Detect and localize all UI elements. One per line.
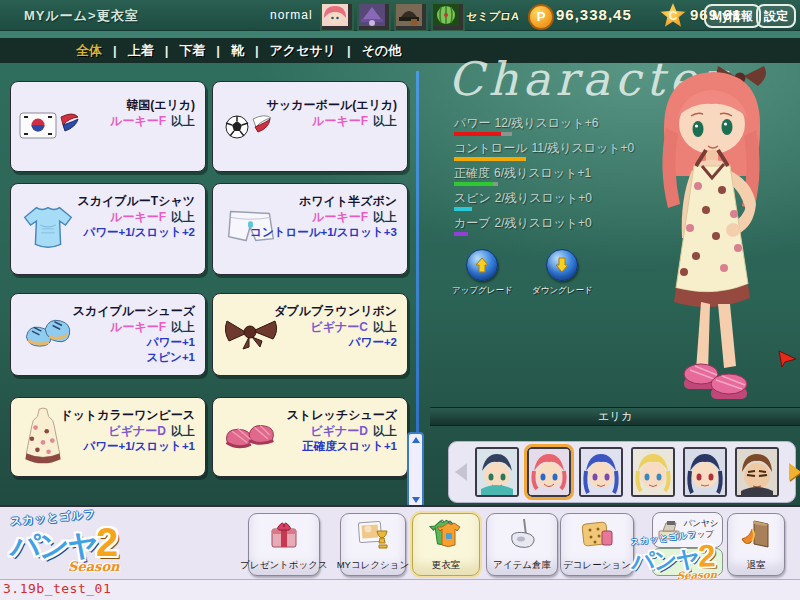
brown-haired-man-portrait[interactable] [735, 447, 779, 497]
tab-separator: | [113, 43, 117, 58]
witch-hat-character-thumbnail[interactable] [357, 2, 391, 32]
rank-suffix: 以上 [171, 424, 195, 438]
item-card[interactable]: サッカーボール(エリカ) ルーキーF以上 [212, 81, 408, 172]
rank-suffix: 以上 [373, 114, 397, 128]
hanging-shirts-icon [428, 517, 464, 555]
blue-shoes-icon [17, 308, 77, 362]
item-card[interactable]: ホワイト半ズボン ルーキーF以上 コントロール+1/スロット+3 [212, 183, 408, 275]
black-haired-girl-portrait[interactable] [683, 447, 727, 497]
item-bonus: スピン+1 [73, 350, 195, 365]
mode-label: normal [270, 8, 313, 22]
item-card[interactable]: ドットカラーワンピース ビギナーD以上 パワー+1/スロット+1 [10, 397, 206, 477]
cracker-icon [579, 517, 615, 555]
button-label: アイテム倉庫 [493, 559, 551, 572]
upgrade-controls: アップグレード ダウングレード [452, 249, 592, 297]
cookie-star-icon: C [660, 3, 686, 28]
player-rank-badge: セミプロA [465, 9, 520, 24]
item-rank: ルーキーF [312, 210, 368, 224]
tab-separator: | [255, 43, 259, 58]
logo-season: Season [677, 569, 718, 582]
item-bonus: パワー+1/スロット+2 [77, 225, 195, 240]
tab-separator: | [165, 43, 169, 58]
button-label: プレゼントボックス [240, 559, 328, 572]
korea-flag-icon [17, 103, 81, 151]
scroll-down-icon[interactable] [412, 497, 420, 503]
item-list-scrollbar-thumb[interactable] [407, 432, 424, 508]
dark-haired-boy-portrait[interactable] [475, 447, 519, 497]
my-info-button[interactable]: My情報 [704, 4, 761, 28]
settings-button[interactable]: 設定 [756, 4, 796, 28]
item-name: スカイブルーTシャツ [77, 194, 195, 209]
item-card[interactable]: 韓国(エリカ) ルーキーF以上 [10, 81, 206, 172]
item-card[interactable]: ダブルブラウンリボン ビギナーC以上 パワー+2 [212, 293, 408, 376]
carousel-right-arrow-icon[interactable] [789, 463, 800, 481]
breadcrumb: MYルーム>更衣室 [24, 7, 139, 25]
item-bonus: パワー+2 [274, 335, 397, 350]
my-collection-button[interactable]: MYコレクション [340, 513, 406, 576]
tab-shoes[interactable]: 靴 [231, 42, 244, 60]
blue-haired-girl-portrait[interactable] [579, 447, 623, 497]
item-rank: ルーキーF [110, 210, 166, 224]
item-card[interactable]: スカイブルーシューズ ルーキーF以上 パワー+1 スピン+1 [10, 293, 206, 376]
item-name: ダブルブラウンリボン [274, 304, 397, 319]
tab-others[interactable]: その他 [362, 42, 402, 60]
down-arrow-icon[interactable] [546, 249, 578, 281]
version-text: 3.19b_test_01 [3, 581, 111, 596]
item-bonus: 正確度スロット+1 [287, 439, 397, 454]
tab-separator: | [216, 43, 220, 58]
carousel-left-arrow-icon[interactable] [455, 463, 467, 481]
tab-separator: | [347, 43, 351, 58]
pang-coin-icon: P [528, 4, 554, 30]
dark-hat-item-thumbnail[interactable] [394, 2, 428, 32]
item-card[interactable]: スカイブルーTシャツ ルーキーF以上 パワー+1/スロット+2 [10, 183, 206, 275]
downgrade-label: ダウングレード [532, 285, 592, 297]
decoration-button[interactable]: デコレーション [560, 513, 634, 576]
item-name: ドットカラーワンピース [60, 408, 195, 423]
pink-haired-girl-thumbnail[interactable] [320, 2, 354, 32]
pink-haired-girl-portrait[interactable] [527, 447, 571, 497]
dressing-room-button[interactable]: 更衣室 [412, 513, 480, 576]
button-label: デコレーション [563, 559, 631, 572]
item-storage-button[interactable]: アイテム倉庫 [486, 513, 558, 576]
tab-bottoms[interactable]: 下着 [179, 42, 205, 60]
item-rank: ビギナーD [108, 424, 166, 438]
item-rank: ルーキーF [312, 114, 368, 128]
present-box-button[interactable]: プレゼントボックス [248, 513, 320, 576]
item-rank: ルーキーF [110, 114, 166, 128]
item-bonus: コントロール+1/スロット+3 [250, 225, 397, 240]
item-name: ストレッチシューズ [287, 408, 397, 423]
upgrade-button[interactable]: アップグレード [452, 249, 512, 297]
rank-suffix: 以上 [373, 424, 397, 438]
top-bar: MYルーム>更衣室 normal セミプロA P 96,338,45 C 969… [0, 0, 800, 31]
item-name: 韓国(エリカ) [110, 98, 195, 113]
tab-accessories[interactable]: アクセサリ [270, 42, 337, 60]
rank-suffix: 以上 [171, 210, 195, 224]
logo-name: パンヤ [10, 529, 96, 562]
up-arrow-icon[interactable] [466, 249, 498, 281]
watermelon-ball-thumbnail[interactable] [431, 2, 465, 32]
photo-trophy-icon [355, 517, 391, 555]
item-card[interactable]: ストレッチシューズ ビギナーD以上 正確度スロット+1 [212, 397, 408, 477]
rank-suffix: 以上 [373, 210, 397, 224]
pangya-dressing-room-screen: MYルーム>更衣室 normal セミプロA P 96,338,45 C 969… [0, 0, 800, 600]
stretch-shoes-icon [219, 412, 279, 462]
button-label: MYコレクション [337, 559, 410, 572]
rank-suffix: 以上 [171, 320, 195, 334]
character-model [606, 58, 786, 408]
rank-suffix: 以上 [373, 320, 397, 334]
downgrade-button[interactable]: ダウングレード [532, 249, 592, 297]
item-rank: ビギナーD [310, 424, 368, 438]
pangya-season2-logo: スカッとゴルフ パンヤ2 Season [630, 527, 757, 594]
blonde-girl-portrait[interactable] [631, 447, 675, 497]
character-name-bar: エリカ [430, 407, 800, 426]
item-name: スカイブルーシューズ [73, 304, 195, 319]
tab-all[interactable]: 全体 [76, 42, 102, 60]
item-name: サッカーボール(エリカ) [267, 98, 397, 113]
item-bonus: パワー+1/スロット+1 [60, 439, 195, 454]
character-name: エリカ [598, 410, 632, 422]
pangya-season2-logo: スカッとゴルフ パンヤ2 Season [10, 507, 170, 587]
rotate-right-arrow-icon[interactable] [777, 350, 798, 369]
pang-amount: 96,338,45 [556, 6, 632, 23]
tab-tops[interactable]: 上着 [128, 42, 154, 60]
scroll-up-icon[interactable] [412, 437, 420, 443]
